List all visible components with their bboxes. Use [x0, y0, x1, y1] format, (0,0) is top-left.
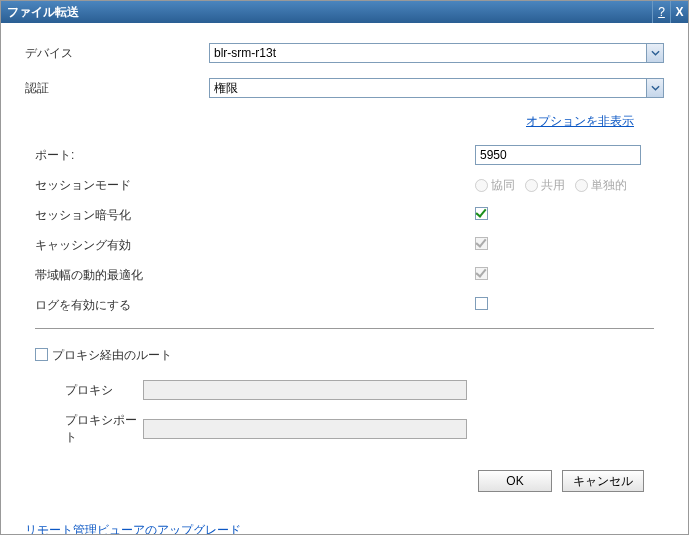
session-mode-radios: 協同 共用 単独的	[475, 177, 627, 194]
radio-coop-input	[475, 179, 488, 192]
auth-select-value: 権限	[214, 80, 238, 97]
chevron-down-icon	[646, 79, 663, 97]
radio-exclusive: 単独的	[575, 177, 627, 194]
radio-coop: 協同	[475, 177, 515, 194]
auth-select[interactable]: 権限	[209, 78, 664, 98]
cache-label: キャッシング有効	[35, 237, 475, 254]
proxy-port-label: プロキシポート	[35, 412, 143, 446]
device-select-value: blr-srm-r13t	[214, 46, 276, 60]
cache-checkbox	[475, 237, 488, 250]
window-title: ファイル転送	[7, 4, 652, 21]
encrypt-label: セッション暗号化	[35, 207, 475, 224]
radio-shared: 共用	[525, 177, 565, 194]
device-select[interactable]: blr-srm-r13t	[209, 43, 664, 63]
radio-shared-input	[525, 179, 538, 192]
upgrade-link[interactable]: リモート管理ビューアのアップグレード	[25, 523, 241, 535]
log-checkbox[interactable]	[475, 297, 488, 310]
bandwidth-label: 帯域幅の動的最適化	[35, 267, 475, 284]
device-label: デバイス	[25, 45, 209, 62]
cancel-button[interactable]: キャンセル	[562, 470, 644, 492]
proxy-label: プロキシ	[35, 382, 143, 399]
log-label: ログを有効にする	[35, 297, 475, 314]
titlebar: ファイル転送 ? X	[1, 1, 688, 23]
session-mode-label: セッションモード	[35, 177, 475, 194]
auth-label: 認証	[25, 80, 209, 97]
help-button[interactable]: ?	[652, 1, 670, 23]
port-label: ポート:	[35, 147, 475, 164]
titlebar-buttons: ? X	[652, 1, 688, 23]
separator	[35, 328, 654, 329]
proxy-port-input	[143, 419, 467, 439]
proxy-route-checkbox[interactable]	[35, 348, 48, 361]
close-button[interactable]: X	[670, 1, 688, 23]
radio-exclusive-input	[575, 179, 588, 192]
bandwidth-checkbox	[475, 267, 488, 280]
toggle-options-link[interactable]: オプションを非表示	[526, 114, 634, 128]
chevron-down-icon	[646, 44, 663, 62]
ok-button[interactable]: OK	[478, 470, 552, 492]
proxy-route-label: プロキシ経由のルート	[52, 347, 172, 364]
port-input[interactable]	[475, 145, 641, 165]
encrypt-checkbox[interactable]	[475, 207, 488, 220]
proxy-input	[143, 380, 467, 400]
